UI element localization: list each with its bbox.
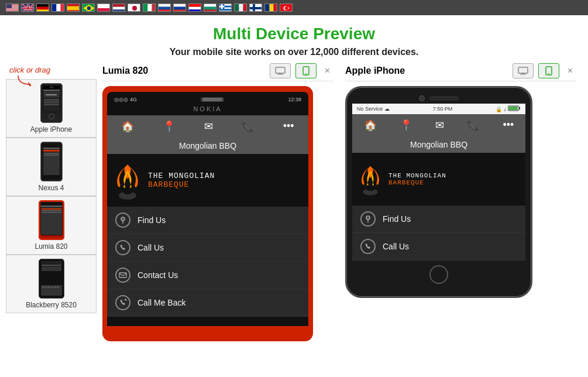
iphone-phone-icon2 [364,242,372,251]
nokia-bottom [107,326,308,335]
page-title: Multi Device Preview [6,25,582,43]
lumia-mobile-view-btn[interactable] [295,63,317,78]
flag-gr[interactable] [219,4,232,12]
svg-rect-7 [6,4,12,8]
nokia-menu-contact-us[interactable]: Contact Us [107,262,308,289]
svg-rect-4 [6,9,19,9]
svg-rect-13 [56,4,60,12]
lumia-desktop-view-btn[interactable] [270,63,291,78]
nokia-menu-call-back[interactable]: Call Me Back [107,289,308,317]
iphone-menu-call-us[interactable]: Call Us [352,233,525,261]
iphone-hero: THE MONGOLIAN BARBEQUE [352,153,525,205]
svg-rect-14 [61,4,64,12]
iphone-desktop-view-btn[interactable] [513,63,534,78]
iphone-mobile-view-btn[interactable] [538,63,559,78]
svg-rect-35 [174,9,186,12]
apple-iphone-device-header: Apple iPhone × [345,63,576,81]
svg-rect-82 [508,107,518,110]
apple-iphone-preview-column: Apple iPhone × [345,63,576,341]
iphone-section-title: Mongolian BBQ [352,136,525,153]
flag-it[interactable] [143,4,156,12]
sidebar-item-nexus-4[interactable]: Nexus 4 [6,138,97,196]
iphone-menu-find-us[interactable]: Find Us [352,205,525,233]
svg-rect-32 [159,9,171,12]
flag-fr[interactable] [51,4,64,12]
flag-mx[interactable] [234,4,247,12]
blackberry-8520-thumbnail [39,259,64,299]
main-content: click or drag [0,63,588,341]
flag-fi[interactable] [249,4,262,12]
flag-tr[interactable] [280,4,293,12]
iphone-home-button[interactable] [429,265,448,284]
lumia-820-label: Lumia 820 [35,242,67,251]
svg-marker-74 [125,299,127,300]
svg-rect-34 [174,7,186,10]
nokia-menu-find-us[interactable]: Find Us [107,207,308,234]
sidebar-item-blackberry-8520[interactable]: Blackberry 8520 [6,255,97,313]
nokia-hero-line2: BARBEQUE [148,180,215,189]
iphone-hero-text: THE MONGOLIAN BARBEQUE [388,172,446,186]
flag-us[interactable] [6,4,19,12]
nokia-hero-line1: THE MONGOLIAN [148,172,215,180]
svg-rect-29 [152,4,156,12]
svg-rect-28 [147,4,152,12]
svg-rect-37 [189,7,201,10]
apple-iphone-thumbnail [40,83,63,123]
apple-iphone-screen [43,89,60,112]
flag-bg[interactable] [204,4,216,12]
iphone-close-btn[interactable]: × [564,64,576,77]
flag-ru[interactable] [173,4,186,12]
mail-nav-icon: ✉ [204,120,213,133]
svg-point-19 [87,6,91,10]
apple-iphone-device-name: Apple iPhone [345,66,508,76]
iphone-location-icon: 📍 [400,119,412,132]
flag-br[interactable] [82,4,95,12]
svg-point-26 [132,6,137,11]
blackberry-keyboard [41,285,62,296]
iphone-content: Mongolian BBQ THE MONGOLIAN [352,136,525,261]
flag-nl[interactable] [112,4,125,12]
more-nav-icon: ••• [283,120,294,133]
flag-jp[interactable] [128,4,140,12]
iphone-screen: 🏠 📍 ✉ 📞 ••• Mongolian BBQ [352,114,525,261]
nokia-nav-bar: 🏠 📍 ✉ 📞 ••• [107,115,308,138]
find-us-icon [115,213,130,228]
blackberry-8520-label: Blackberry 8520 [26,301,77,309]
flag-ro[interactable] [264,4,277,12]
battery-icon [508,105,521,111]
svg-point-86 [367,217,369,218]
lumia-820-screen [40,205,63,235]
flag-sk[interactable] [158,4,171,12]
nokia-menu-call-us[interactable]: Call Us [107,234,308,262]
svg-rect-49 [235,4,239,12]
drag-arrow-icon [15,73,39,89]
iphone-call-us-icon [360,239,376,254]
svg-rect-21 [98,8,110,12]
lumia-close-btn[interactable]: × [321,64,333,77]
svg-point-72 [122,218,123,220]
sidebar-item-lumia-820[interactable]: Lumia 820 [6,196,97,255]
iphone-speaker [429,96,459,101]
flag-de[interactable] [36,4,49,12]
lumia-820-thumbnail [39,200,64,240]
call-back-icon [115,295,130,310]
nexus-4-screen [43,147,60,176]
svg-rect-9 [37,4,49,7]
iphone-battery: 🔒 ♪ [496,105,521,112]
iphone-flame-icon [358,163,383,196]
apple-iphone-label: Apple iPhone [30,125,72,133]
nexus-4-thumbnail [40,142,63,181]
svg-point-61 [284,6,288,10]
svg-rect-73 [119,273,126,277]
flag-pl[interactable] [97,4,110,12]
flag-hr[interactable] [188,4,201,12]
svg-point-84 [366,187,374,191]
nokia-content: Mongolian BBQ THE MONGOLIAN [107,138,308,317]
contact-us-label: Contact Us [137,270,178,280]
flag-gb[interactable] [21,4,34,12]
flag-es[interactable] [67,4,80,12]
svg-rect-27 [143,4,147,12]
svg-rect-20 [98,4,110,8]
svg-rect-77 [520,74,526,75]
svg-rect-36 [189,4,201,7]
